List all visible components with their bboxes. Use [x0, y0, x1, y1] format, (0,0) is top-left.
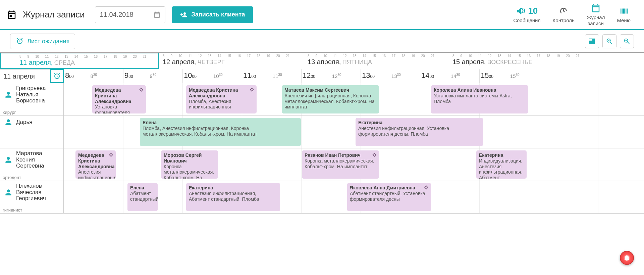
timeline-hour: 10001030 — [182, 69, 242, 83]
doctor-name: Маратова Ксения Сергеевна — [16, 150, 61, 169]
day-date: 12 апреля, — [163, 58, 196, 65]
waitlist-label: Лист ожидания — [27, 38, 69, 45]
appointment-desc: Пломба, Анестезия инфильтрационная, Коро… — [143, 126, 298, 137]
nav-messages[interactable]: 10 Сообщения — [513, 6, 540, 23]
schedule: Григорьева Наталья БорисовнахирургМедвед… — [0, 83, 644, 214]
appointment-name: Морозов Сергей Иванович — [164, 152, 215, 164]
add-client-button[interactable]: Записать клиента — [172, 6, 253, 23]
appointment[interactable]: Матвеев Максим СергеевичАнестезия инфиль… — [282, 85, 379, 113]
timeline-hour: 12001230 — [301, 69, 361, 83]
tag-icon — [139, 87, 144, 93]
waitlist-button[interactable]: Лист ожидания — [10, 34, 75, 49]
timeline-hour: 15001530 — [479, 69, 539, 83]
appointment-desc: Коронка металлокерамическая. Кобальт-хро… — [305, 158, 376, 170]
timeline-date: 11 апреля — [0, 69, 50, 83]
appointment-desc: Анестезия инфильтрационная, Абатмент — [78, 169, 113, 179]
zoom-in-button[interactable] — [620, 34, 634, 48]
row-body[interactable]: Медведева Кристина АлександровнаУстановк… — [64, 83, 644, 116]
appointment[interactable]: Медведева Кристина АлександровнаУстановк… — [92, 85, 146, 113]
day-date: 11 апреля, — [19, 59, 53, 66]
appointment-name: Елена — [130, 185, 155, 191]
day-cell[interactable]: 8910111213141516171819202112 апреля, ЧЕТ… — [159, 53, 304, 69]
alarm-icon — [16, 37, 24, 45]
schedule-row: ДарьяЕленаПломба, Анестезия инфильтрацио… — [0, 116, 644, 148]
doctor-header[interactable]: Григорьева Наталья Борисовнахирург — [0, 83, 64, 116]
day-cell[interactable]: 8910111213141516171819202113 апреля, ПЯТ… — [304, 53, 449, 69]
appointment[interactable]: Рязанов Иван ПетровичКоронка металлокера… — [302, 150, 379, 179]
doctor-header[interactable]: Дарья — [0, 116, 64, 148]
megaphone-icon — [516, 6, 526, 16]
appointment[interactable]: Морозов Сергей ИвановичКоронка металлоке… — [161, 150, 218, 179]
day-dow: ВОСКРЕСЕНЬЕ — [487, 59, 533, 65]
appointment[interactable]: ЕленаПломба, Анестезия инфильтрационная,… — [140, 118, 301, 146]
day-dow: ПЯТНИЦА — [342, 59, 372, 65]
toolbar-right — [585, 34, 634, 48]
appointment-name: Матвеев Максим Сергеевич — [284, 87, 376, 93]
date-input-wrap — [95, 6, 165, 23]
row-body[interactable]: Медведева Кристина АлександровнаАнестези… — [64, 148, 644, 181]
row-body[interactable]: ЕленаПломба, Анестезия инфильтрационная,… — [64, 116, 644, 148]
appointment[interactable]: Медведева Кристина АлександровнаАнестези… — [75, 150, 116, 179]
appointment-desc: Анестезия инфильтрационная, Коронка мета… — [284, 93, 376, 110]
appointment[interactable]: Королева Алина ИвановнаУстановка имплант… — [431, 85, 528, 113]
schedule-row: Григорьева Наталья БорисовнахирургМедвед… — [0, 83, 644, 116]
appointment[interactable]: ЕкатеринаАнестезия инфильтрационная, Уст… — [356, 118, 483, 146]
appointment[interactable]: Медведева Кристина АлександровнаПломба, … — [186, 85, 257, 113]
doctor-name: Григорьева Наталья Борисовна — [16, 85, 61, 104]
calendar-picker-icon[interactable] — [153, 11, 161, 18]
menu-bars-icon — [619, 6, 629, 16]
appointment-name: Екатерина — [358, 120, 480, 126]
person-icon — [4, 155, 13, 164]
tag-icon — [372, 152, 377, 158]
header-right: 10 Сообщения Контроль Журнал записи Меню — [513, 3, 637, 26]
appointment[interactable]: Яковлева Анна ДмитриевнаАбатмент стандар… — [347, 183, 431, 211]
appointment[interactable]: ЕленаАбатмент стандартный — [127, 183, 158, 211]
appointment[interactable]: ЕкатеринаИндивидуализация, Анестезия инф… — [476, 150, 527, 179]
schedule-row: Плеханов Вячеслав ГеоргиевичгигиенистЕле… — [0, 181, 644, 214]
zoom-in-icon — [623, 38, 631, 45]
appointment[interactable]: ЕкатеринаАнестезия инфильтрационная, Аба… — [186, 183, 280, 211]
zoom-out-button[interactable] — [602, 34, 616, 48]
control-label: Контроль — [553, 17, 575, 23]
nav-menu[interactable]: Меню — [617, 6, 631, 23]
messages-label: Сообщения — [513, 17, 540, 23]
timeline-alarm[interactable] — [50, 69, 64, 83]
tag-icon — [249, 87, 255, 93]
add-person-icon — [180, 11, 187, 18]
doctor-header[interactable]: Плеханов Вячеслав Георгиевичгигиенист — [0, 181, 64, 213]
doctor-role: гигиенист — [3, 208, 22, 213]
appointment-name: Медведева Кристина Александровна — [189, 87, 254, 99]
day-mini-hours: 89101112131415161718192021 — [452, 54, 590, 58]
day-mini-hours: 89101112131415161718192021 — [163, 54, 301, 58]
row-body[interactable]: ЕленаАбатмент стандартныйЕкатеринаАнесте… — [64, 181, 644, 213]
day-dow: ЧЕТВЕРГ — [198, 59, 225, 65]
gauge-icon — [558, 6, 569, 16]
person-icon — [4, 188, 13, 197]
doctor-name: Дарья — [16, 119, 33, 126]
view-toggle-button[interactable] — [585, 34, 599, 48]
person-icon — [4, 118, 13, 127]
appointment-desc: Абатмент стандартный — [130, 191, 155, 202]
appointment-name: Медведева Кристина Александровна — [95, 87, 143, 104]
toolbar: Лист ожидания — [0, 30, 644, 52]
nav-control[interactable]: Контроль — [553, 6, 575, 23]
day-cell[interactable]: 8910111213141516171819202115 апреля, ВОС… — [449, 53, 594, 69]
person-icon — [4, 90, 13, 99]
appointment-name: Королева Алина Ивановна — [434, 87, 526, 93]
alarm-icon — [53, 72, 61, 80]
appointment-desc: Установка импланта системы Astra, Пломба — [434, 93, 526, 104]
journal-label: Журнал записи — [587, 14, 605, 26]
nav-journal[interactable]: Журнал записи — [587, 3, 605, 26]
timeline-hours: 8008309009301000103011001130120012301300… — [64, 69, 644, 83]
timeline-hour: 800830 — [64, 69, 123, 83]
appointment-desc: Абатмент стандартный, Установка формиров… — [350, 191, 428, 202]
appointment-name: Елена — [143, 120, 298, 126]
messages-count: 10 — [528, 6, 538, 16]
tag-icon — [424, 185, 429, 190]
tag-icon — [108, 152, 114, 158]
doctor-header[interactable]: Маратова Ксения Сергеевнаортодонт — [0, 148, 64, 181]
appointment-desc: Коронка металлокерамическая. Кобальт-хро… — [164, 164, 215, 179]
menu-label: Меню — [617, 17, 631, 23]
day-cell[interactable]: 8910111213141516171819202111 апреля, СРЕ… — [0, 53, 159, 69]
grid-icon — [588, 38, 596, 45]
